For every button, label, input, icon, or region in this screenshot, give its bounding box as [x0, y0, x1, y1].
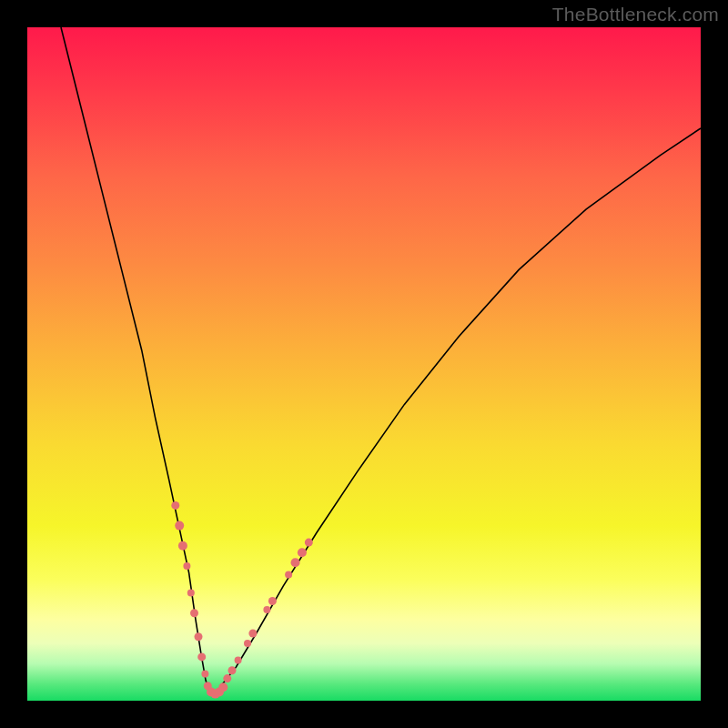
curve-marker	[178, 541, 187, 551]
curve-marker	[187, 590, 195, 597]
curve-marker	[263, 606, 270, 613]
curve-marker	[228, 666, 237, 674]
chart-frame: TheBottleneck.com	[0, 0, 728, 728]
curve-marker	[223, 674, 231, 682]
curve-marker	[248, 630, 257, 638]
watermark-text: TheBottleneck.com	[552, 4, 719, 25]
curve-marker	[171, 501, 179, 510]
curve-marker	[175, 521, 184, 531]
curve-marker	[190, 609, 198, 617]
curve-marker	[195, 632, 203, 641]
curve-marker	[268, 597, 277, 605]
curve-marker	[291, 558, 300, 567]
curve-marker	[285, 571, 292, 579]
curve-marker	[201, 670, 208, 677]
curve-marker	[305, 539, 313, 547]
heatmap-gradient-background	[27, 27, 701, 701]
curve-marker	[218, 682, 228, 692]
plot-area	[27, 27, 701, 701]
plot-svg	[27, 27, 701, 701]
curve-marker	[298, 548, 307, 557]
curve-marker	[197, 652, 206, 661]
curve-marker	[244, 640, 251, 647]
curve-marker	[235, 657, 242, 664]
curve-marker	[183, 562, 190, 570]
